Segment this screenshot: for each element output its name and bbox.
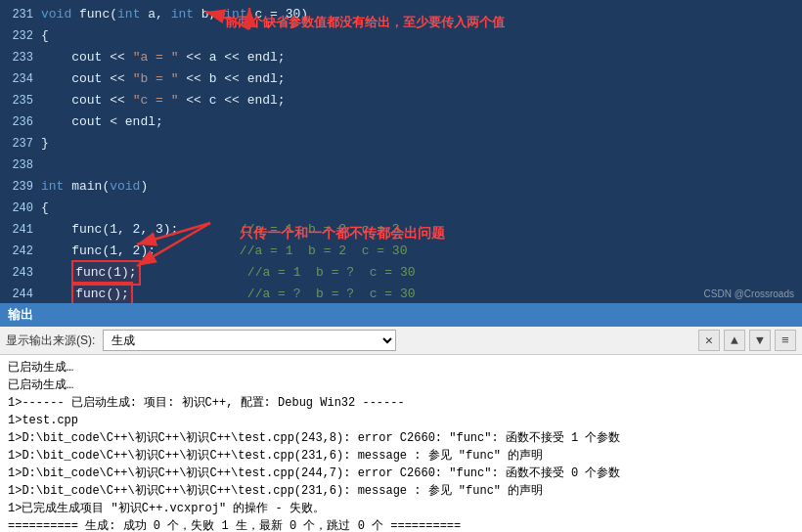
- line-number: 233: [0, 47, 41, 68]
- output-line: 1>D:\bit_code\C++\初识C++\初识C++\test.cpp(2…: [8, 429, 794, 447]
- line-number: 241: [0, 219, 41, 241]
- code-line-237: 237 }: [0, 133, 802, 155]
- line-content: void func(int a, int b, int c = 30): [41, 4, 802, 25]
- output-toolbar: 显示输出来源(S): 生成 ✕ ▲ ▼ ≡: [0, 327, 802, 355]
- code-line-236: 236 cout < endl;: [0, 111, 802, 133]
- watermark: CSDN @Crossroads: [704, 288, 794, 299]
- output-line: 1>已完成生成项目 "初识C++.vcxproj" 的操作 - 失败。: [8, 500, 794, 517]
- line-content: {: [41, 198, 802, 219]
- line-number: 237: [0, 133, 41, 155]
- code-line-244: 244 func(); //a = ? b = ? c = 30: [0, 284, 802, 303]
- line-number: 240: [0, 198, 41, 219]
- output-line: 1>------ 已启动生成: 项目: 初识C++, 配置: Debug Win…: [8, 394, 794, 412]
- toolbar-icons: ✕ ▲ ▼ ≡: [698, 330, 796, 351]
- line-content: func(1, 2); //a = 1 b = 2 c = 30: [41, 241, 802, 262]
- output-line: 1>D:\bit_code\C++\初识C++\初识C++\test.cpp(2…: [8, 482, 794, 500]
- code-line-233: 233 cout << "a = " << a << endl;: [0, 47, 802, 68]
- code-line-232: 232 {: [0, 25, 802, 47]
- line-content: cout << "b = " << b << endl;: [41, 68, 802, 90]
- code-line-241: 241 func(1, 2, 3); //a = 1 b = 2 c = 3: [0, 219, 802, 241]
- line-number: 234: [0, 68, 41, 90]
- line-content: func(); //a = ? b = ? c = 30: [41, 282, 802, 303]
- line-number: 232: [0, 25, 41, 47]
- output-line: 1>D:\bit_code\C++\初识C++\初识C++\test.cpp(2…: [8, 447, 794, 465]
- line-number: 235: [0, 90, 41, 111]
- toolbar-icon-3[interactable]: ▼: [749, 330, 771, 351]
- toolbar-icon-2[interactable]: ▲: [724, 330, 745, 351]
- output-line: ========== 生成: 成功 0 个，失败 1 生，最新 0 个，跳过 0…: [8, 517, 794, 532]
- code-line-240: 240 {: [0, 198, 802, 219]
- line-content: func(1, 2, 3); //a = 1 b = 2 c = 3: [41, 219, 802, 241]
- line-number: 239: [0, 176, 41, 198]
- code-line-239: 239 int main(void): [0, 176, 802, 198]
- code-line-231: 231 void func(int a, int b, int c = 30): [0, 4, 802, 25]
- code-line-238: 238: [0, 155, 802, 176]
- line-content: cout << "c = " << c << endl;: [41, 90, 802, 111]
- output-line: 已启动生成…: [8, 359, 794, 377]
- code-line-243: 243 func(1); //a = 1 b = ? c = 30: [0, 262, 802, 284]
- line-number: 243: [0, 262, 41, 284]
- output-line: 1>D:\bit_code\C++\初识C++\初识C++\test.cpp(2…: [8, 465, 794, 482]
- line-content: int main(void): [41, 176, 802, 198]
- line-content: cout << "a = " << a << endl;: [41, 47, 802, 68]
- line-content: {: [41, 25, 802, 47]
- output-panel: 输出 显示输出来源(S): 生成 ✕ ▲ ▼ ≡ 已启动生成… 已启动生成… 1…: [0, 303, 802, 532]
- code-editor: 231 void func(int a, int b, int c = 30) …: [0, 0, 802, 303]
- output-line: 已启动生成…: [8, 377, 794, 394]
- code-line-242: 242 func(1, 2); //a = 1 b = 2 c = 30: [0, 241, 802, 262]
- toolbar-icon-4[interactable]: ≡: [775, 330, 796, 351]
- code-lines: 231 void func(int a, int b, int c = 30) …: [0, 0, 802, 303]
- line-number: 242: [0, 241, 41, 262]
- line-number: 231: [0, 4, 41, 25]
- output-content[interactable]: 已启动生成… 已启动生成… 1>------ 已启动生成: 项目: 初识C++,…: [0, 355, 802, 532]
- code-line-234: 234 cout << "b = " << b << endl;: [0, 68, 802, 90]
- line-number: 244: [0, 284, 41, 303]
- code-line-235: 235 cout << "c = " << c << endl;: [0, 90, 802, 111]
- line-content: }: [41, 133, 802, 155]
- output-source-label: 显示输出来源(S):: [6, 332, 95, 349]
- output-source-select[interactable]: 生成: [103, 330, 396, 351]
- toolbar-icon-1[interactable]: ✕: [698, 330, 720, 351]
- output-line: 1>test.cpp: [8, 412, 794, 429]
- line-content: cout < endl;: [41, 111, 802, 133]
- line-number: 236: [0, 111, 41, 133]
- output-header: 输出: [0, 303, 802, 327]
- line-number: 238: [0, 155, 41, 176]
